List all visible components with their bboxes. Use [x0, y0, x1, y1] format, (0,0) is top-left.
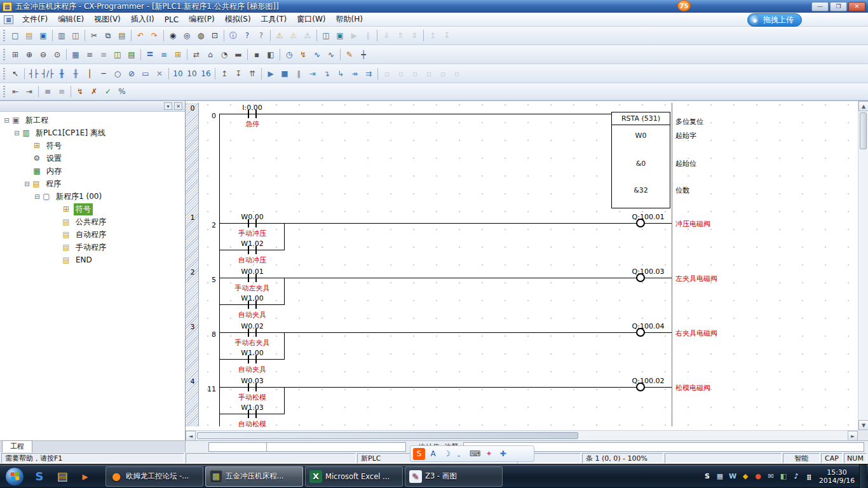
- address-search-icon[interactable]: ⊡: [208, 29, 222, 43]
- sogou-tray-icon[interactable]: S: [702, 471, 713, 482]
- horizontal-scroll-thumb[interactable]: [197, 432, 578, 439]
- symbol-table-icon[interactable]: ⊞: [171, 48, 185, 61]
- toolbar-grip[interactable]: [3, 86, 5, 97]
- tab-project[interactable]: 工程: [2, 440, 32, 452]
- clock-pulse-icon[interactable]: ◷: [282, 48, 296, 61]
- copy-icon[interactable]: ⧉: [101, 29, 115, 43]
- temperature-badge[interactable]: 75: [677, 0, 691, 11]
- sogou-ime-bar[interactable]: SA☽。⌨✦✚: [410, 445, 534, 462]
- selection-tool-icon[interactable]: ↖: [8, 67, 22, 80]
- find-replace-icon[interactable]: ◎: [180, 29, 194, 43]
- menu-tools[interactable]: 工具(T): [256, 12, 292, 27]
- tree-item-symbols-local[interactable]: ⊞ 符号: [0, 203, 185, 215]
- force-reset-icon[interactable]: ↧: [440, 29, 454, 43]
- step-out-icon[interactable]: ↳: [334, 67, 348, 80]
- block-operand[interactable]: &0: [612, 159, 670, 168]
- indent-icon[interactable]: ⇥: [22, 85, 36, 98]
- zoom-out-icon[interactable]: ⊖: [36, 48, 50, 61]
- step-in-icon[interactable]: ↴: [320, 67, 334, 80]
- minimize-button[interactable]: —: [811, 2, 829, 11]
- new-closed-coil-icon[interactable]: ⊘: [125, 67, 139, 80]
- vertical-scrollbar[interactable]: ▲ ▼: [858, 101, 868, 430]
- open-contact[interactable]: [248, 329, 257, 337]
- output-coil[interactable]: [636, 273, 645, 282]
- open-contact[interactable]: [248, 110, 257, 118]
- io-comment-icon[interactable]: ▤: [125, 48, 139, 61]
- menu-simulation[interactable]: 模拟(S): [220, 12, 256, 27]
- monitor-decimal-icon[interactable]: 10: [171, 67, 185, 80]
- tree-item-program1[interactable]: ⊟ ▢ 新程序1 (00): [0, 190, 185, 203]
- network-icon[interactable]: ⣶: [803, 471, 815, 482]
- new-file-icon[interactable]: □: [8, 29, 22, 43]
- print-icon[interactable]: ▥: [55, 29, 69, 43]
- output-coil[interactable]: [636, 219, 645, 227]
- redo-icon[interactable]: ↷: [147, 29, 161, 43]
- name-input[interactable]: [257, 442, 406, 452]
- maximize-button[interactable]: ❐: [830, 2, 847, 11]
- sim-stop-icon[interactable]: ■: [278, 67, 292, 80]
- tray-icon[interactable]: ●: [752, 471, 764, 482]
- scroll-right-icon[interactable]: ►: [848, 431, 858, 440]
- help-icon[interactable]: ?: [240, 29, 254, 43]
- rung-comment-icon[interactable]: ≡: [83, 48, 97, 61]
- compile-warning-icon[interactable]: ⚠: [273, 29, 287, 43]
- ladder-rung[interactable]: 3 8 W0.02 手动右夹具 W1.00 自动夹具 Q:100.04 右夹具电…: [186, 322, 858, 376]
- sogou-logo-icon[interactable]: S: [413, 448, 425, 460]
- download-to-plc-icon[interactable]: ⇓: [379, 29, 393, 43]
- monitor-data-icon[interactable]: ◫: [111, 48, 125, 61]
- sim-run-icon[interactable]: ▶: [264, 67, 278, 80]
- cut-icon[interactable]: ✂: [87, 29, 101, 43]
- ladder-rung[interactable]: 2 5 W0.01 手动左夹具 W1.00 自动夹具 Q:100.03 左夹具电…: [186, 267, 858, 322]
- horizontal-wire-icon[interactable]: ─: [97, 67, 111, 80]
- tree-item-symbols[interactable]: ⊞ 符号: [0, 139, 185, 152]
- ladder-rung[interactable]: 1 2 W0.00 手动冲压 W1.02 自动冲压 Q:100.01 冲压电磁阀: [186, 212, 858, 267]
- find-icon[interactable]: ◉: [166, 29, 180, 43]
- taskbar-item-paint[interactable]: ✎ Z3 - 画图: [405, 466, 503, 487]
- ladder-rung[interactable]: 0 0 I:0.00 急停 RSTA (531) W0 &0 &32 多位复位 …: [186, 103, 858, 212]
- force-on-icon[interactable]: ⇈: [245, 67, 259, 80]
- align-left-icon[interactable]: ≡: [41, 85, 55, 98]
- compare-program-icon[interactable]: ▫: [450, 67, 464, 80]
- output-window-icon[interactable]: ▬: [231, 48, 245, 61]
- upload-from-plc-icon[interactable]: ⇑: [393, 29, 407, 43]
- collapse-icon[interactable]: ⊟: [13, 130, 21, 137]
- open-contact[interactable]: [248, 355, 257, 363]
- open-contact[interactable]: [248, 383, 257, 391]
- tray-icon[interactable]: W: [727, 471, 738, 482]
- grid-toggle-icon[interactable]: ▦: [69, 48, 83, 61]
- context-help-icon[interactable]: ?: [254, 29, 268, 43]
- input-mode-icon[interactable]: A: [427, 448, 439, 460]
- tree-item-project[interactable]: ⊟ ▣ 新工程: [0, 114, 185, 126]
- open-contact[interactable]: [248, 246, 257, 254]
- block-operand[interactable]: W0: [612, 132, 670, 140]
- tray-icon[interactable]: ✉: [765, 471, 776, 482]
- retrieve-program-icon[interactable]: ▫: [436, 67, 450, 80]
- collapse-icon[interactable]: ⊟: [23, 180, 31, 187]
- tree-item-manual-section[interactable]: ▤ 手动程序: [0, 241, 185, 254]
- open-contact[interactable]: [248, 219, 257, 227]
- toolbar-grip[interactable]: [3, 30, 5, 41]
- tree-item-auto-section[interactable]: ▤ 自动程序: [0, 228, 185, 241]
- tray-icon[interactable]: ◆: [740, 471, 751, 482]
- menu-view[interactable]: 视图(V): [89, 12, 126, 27]
- continuous-step-icon[interactable]: ↠: [348, 67, 362, 80]
- punctuation-icon[interactable]: 。: [455, 448, 467, 460]
- output-coil[interactable]: [636, 383, 645, 391]
- new-coil-icon[interactable]: ○: [111, 67, 125, 80]
- tree-item-end-section[interactable]: ▤ END: [0, 254, 185, 266]
- vertical-scroll-thumb[interactable]: [860, 112, 867, 149]
- toolbox-icon[interactable]: ✚: [497, 448, 509, 460]
- pause-mode-icon[interactable]: ∥: [361, 29, 375, 43]
- media-player-icon[interactable]: ▸: [74, 466, 96, 487]
- sim-pause-icon[interactable]: ∥: [292, 67, 306, 80]
- block-operand[interactable]: &32: [612, 186, 670, 194]
- open-file-icon[interactable]: ▤: [22, 29, 36, 43]
- watch-window-icon[interactable]: ◔: [217, 48, 231, 61]
- collapse-icon[interactable]: ⊟: [33, 193, 41, 200]
- program-check-icon[interactable]: ⚠: [287, 29, 301, 43]
- online-warning-icon[interactable]: ⚠: [301, 29, 315, 43]
- toolbar-grip[interactable]: [3, 49, 5, 60]
- ladder-canvas[interactable]: 0 0 I:0.00 急停 RSTA (531) W0 &0 &32 多位复位 …: [186, 101, 858, 430]
- paste-icon[interactable]: ▤: [115, 29, 129, 43]
- instruction-block[interactable]: RSTA (531) W0 &0 &32: [611, 112, 670, 208]
